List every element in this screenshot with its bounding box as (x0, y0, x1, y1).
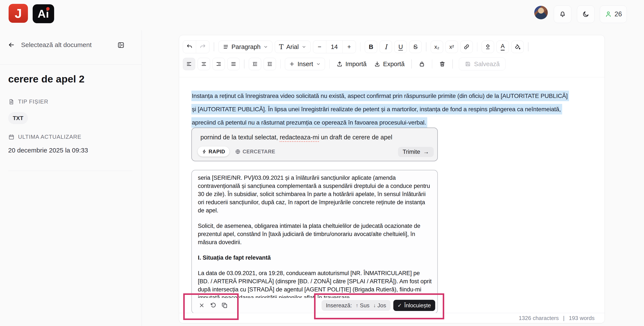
toolbar-separator (452, 60, 453, 68)
italic-button[interactable]: I (380, 40, 392, 53)
user-count-button[interactable]: 26 (600, 5, 627, 23)
toolbar-separator (214, 42, 214, 51)
insert-dropdown[interactable]: Insert (285, 58, 325, 70)
align-justify-icon (230, 61, 236, 67)
editor-card: Paragraph T Arial − 14 + B I U S (179, 35, 605, 323)
mode-research-toggle[interactable]: CERCETARE (235, 148, 275, 154)
highlight-color-button[interactable] (511, 40, 524, 53)
chevron-down-icon (316, 62, 321, 66)
response-actions (199, 302, 228, 308)
align-right-button[interactable] (212, 58, 225, 70)
response-content: seria [SERIE/NR. PV]/03.09.2021 și a înl… (198, 174, 432, 309)
undo-button[interactable] (183, 40, 196, 53)
arrow-left-icon (8, 41, 15, 48)
replace-button[interactable]: ✓ Înlocuiește (393, 300, 435, 311)
response-paragraph: Solicit, de asemenea, obligarea intimate… (198, 222, 432, 246)
copy-icon[interactable] (222, 302, 228, 308)
ai-response-box[interactable]: seria [SERIE/NR. PV]/03.09.2021 și a înl… (192, 170, 438, 314)
strikethrough-button[interactable]: S (409, 40, 422, 53)
select-other-document-button[interactable]: Selectează alt document (8, 41, 92, 48)
logo-ai[interactable]: Ai (33, 4, 54, 23)
toolbar-divider (179, 77, 604, 77)
chevron-down-icon (263, 44, 268, 49)
font-size-value[interactable]: 14 (326, 40, 342, 53)
word-count: 193 words (569, 315, 594, 322)
link-button[interactable] (460, 40, 473, 53)
toolbar-separator (432, 60, 432, 68)
notifications-button[interactable] (554, 5, 572, 23)
toolbar-separator (329, 60, 330, 68)
selected-line: și [AUTORITATE PUBLICĂ]. În lipsa unei î… (192, 103, 569, 116)
font-family-value: Arial (286, 44, 299, 50)
document-title: cerere de apel 2 (8, 73, 84, 85)
close-icon[interactable] (199, 302, 205, 308)
status-separator: | (563, 315, 564, 322)
insert-below-button[interactable]: ↓ Jos (373, 302, 386, 309)
bold-button[interactable]: B (365, 40, 377, 53)
panel-collapse-icon (117, 41, 125, 49)
align-center-button[interactable] (198, 58, 210, 70)
selected-line: apreciind că petentul nu a răsturnat pre… (192, 116, 569, 129)
import-button[interactable]: Importă (334, 58, 369, 70)
align-left-button[interactable] (183, 58, 195, 70)
last-update-value: 20 decembrie 2025 la 09:33 (8, 147, 88, 154)
toolbar-separator (426, 42, 426, 51)
logo-j-letter: J (14, 6, 22, 21)
prompt-input-text[interactable]: pornind de la textul selectat, redacteaz… (200, 134, 392, 141)
font-family-dropdown[interactable]: T Arial (275, 40, 310, 53)
underline-button[interactable]: U (394, 40, 407, 53)
toolbar-separator (477, 42, 478, 51)
mode-rapid-toggle[interactable]: RAPID (198, 146, 230, 156)
misspelled-word: redacteaza-mi (280, 134, 319, 141)
back-label: Selectează alt document (21, 41, 92, 48)
ai-prompt-box[interactable]: pornind de la textul selectat, redacteaz… (192, 128, 438, 161)
toolbar-row-2: Insert Importă Exportă (183, 58, 600, 70)
bell-icon (559, 10, 566, 18)
align-right-icon (216, 61, 222, 67)
sidebar-collapse-button[interactable] (117, 41, 125, 49)
font-size-decrease-button[interactable]: − (313, 40, 326, 53)
insert-label: Inserează: (326, 302, 352, 309)
logo-ai-red-dot-icon (46, 7, 50, 10)
subscript-button[interactable]: x₂ (431, 40, 443, 53)
export-button[interactable]: Exportă (372, 58, 407, 70)
avatar[interactable] (534, 6, 548, 19)
font-size-increase-button[interactable]: + (342, 40, 356, 53)
lock-button[interactable] (416, 58, 428, 70)
insert-above-button[interactable]: ↑ Sus (356, 302, 370, 309)
toolbar: Paragraph T Arial − 14 + B I U S (179, 35, 604, 70)
insert-options-pill: Inserează: ↑ Sus ↓ Jos (322, 300, 390, 311)
send-button[interactable]: Trimite → (398, 147, 434, 157)
file-type-label: TIP FIȘIER (18, 98, 48, 105)
rotate-ccw-icon[interactable] (210, 302, 216, 308)
superscript-button[interactable]: x² (446, 40, 458, 53)
font-t-icon: T (279, 43, 284, 51)
save-button[interactable]: Salvează (459, 58, 506, 70)
prompt-mode-row: RAPID CERCETARE (198, 146, 275, 156)
redo-button[interactable] (196, 40, 209, 53)
indent-icon (267, 61, 273, 67)
clear-format-button[interactable] (482, 40, 494, 53)
toolbar-separator (411, 60, 412, 68)
paragraph-style-dropdown[interactable]: Paragraph (218, 40, 272, 53)
chevron-down-icon (302, 44, 306, 49)
toolbar-separator (244, 60, 244, 68)
eraser-icon (484, 44, 491, 50)
document-selected-paragraph[interactable]: Instanța a reținut că înregistrarea vide… (192, 89, 569, 129)
delete-button[interactable] (436, 58, 448, 70)
undo-icon (186, 44, 193, 50)
floppy-icon (465, 61, 471, 67)
response-paragraph: seria [SERIE/NR. PV]/03.09.2021 și a înl… (198, 174, 432, 214)
response-heading: I. Situația de fapt relevantă (198, 254, 432, 262)
calendar-icon (8, 134, 14, 140)
arrow-down-icon: ↓ (373, 302, 376, 308)
toolbar-separator (360, 42, 361, 51)
outdent-button[interactable] (249, 58, 261, 70)
toolbar-row-1: Paragraph T Arial − 14 + B I U S (183, 40, 600, 53)
sidebar: Selectează alt document cerere de apel 2… (0, 30, 142, 326)
text-color-button[interactable]: A (496, 40, 509, 53)
align-justify-button[interactable] (227, 58, 240, 70)
indent-button[interactable] (264, 58, 276, 70)
logo-j[interactable]: J (8, 4, 28, 23)
theme-toggle-button[interactable] (577, 5, 594, 23)
